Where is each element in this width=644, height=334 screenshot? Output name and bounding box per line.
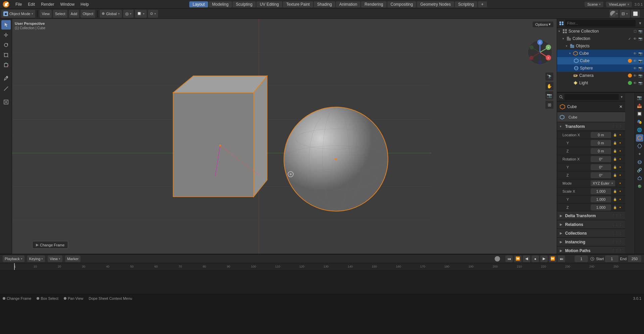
- proportional-edit[interactable]: ⊙ ▾: [148, 10, 158, 18]
- view-menu-button[interactable]: View: [40, 10, 52, 18]
- motion-paths-section[interactable]: ▶ Motion Paths ⋮⋮⋮: [557, 246, 625, 254]
- location-y-lock[interactable]: 🔒: [612, 141, 617, 145]
- collection-hide-icon[interactable]: 👁: [633, 36, 637, 41]
- outliner-item-camera[interactable]: ▶ Camera 👁 📷: [557, 72, 644, 79]
- object-menu-button[interactable]: Object: [81, 10, 95, 18]
- collection-view-icon[interactable]: ✓: [627, 36, 632, 41]
- scale-x-value[interactable]: 1.000: [591, 188, 611, 194]
- keying-button[interactable]: Keying ▾: [27, 255, 45, 262]
- workspace-layout[interactable]: Layout: [189, 1, 208, 7]
- overlay-button[interactable]: ⊟ ▾: [620, 10, 630, 18]
- pivot-point[interactable]: ◎ ▾: [123, 10, 134, 18]
- outliner-filter-button[interactable]: ▼: [638, 21, 642, 25]
- outliner-item-scene-collection[interactable]: ▾ Scene Collection ☐ 📷: [557, 28, 644, 35]
- camera-render[interactable]: 📷: [638, 73, 643, 78]
- snap-button[interactable]: 🔲 ▾: [135, 10, 147, 18]
- scale-tool[interactable]: [1, 50, 11, 60]
- object-mode-button[interactable]: ▣ Object Mode ▾: [1, 10, 35, 18]
- view-layer-selector[interactable]: ViewLayer ▾: [606, 2, 632, 7]
- cube-child-hide[interactable]: 👁: [633, 58, 637, 63]
- light-render[interactable]: 📷: [638, 81, 643, 85]
- prop-output-icon[interactable]: 📤: [636, 102, 643, 109]
- workspace-texture[interactable]: Texture Paint: [283, 1, 313, 7]
- instancing-section[interactable]: ▶ Instancing ⋮⋮⋮: [557, 238, 625, 246]
- select-menu-button[interactable]: Select: [53, 10, 67, 18]
- outliner-item-cube-parent[interactable]: ▾ Cube 👁 📷: [557, 50, 644, 57]
- end-frame-display[interactable]: 250: [628, 255, 641, 262]
- workspace-uv[interactable]: UV Editing: [256, 1, 282, 7]
- add-workspace-button[interactable]: +: [478, 1, 487, 7]
- workspace-compositing[interactable]: Compositing: [387, 1, 416, 7]
- prop-render-icon[interactable]: 📷: [636, 94, 643, 101]
- step-back-button[interactable]: ◀: [523, 255, 530, 262]
- prop-object-icon[interactable]: [636, 134, 643, 142]
- workspace-rendering[interactable]: Rendering: [361, 1, 386, 7]
- ortho-view-button[interactable]: ⊞: [545, 101, 553, 109]
- rotate-tool[interactable]: [1, 40, 11, 50]
- sphere-hide[interactable]: 👁: [633, 66, 637, 70]
- move-tool[interactable]: ✛: [1, 30, 11, 40]
- cube-child-render[interactable]: 📷: [638, 58, 643, 63]
- transform-section-header[interactable]: ▾ Transform ⋮⋮⋮: [557, 122, 625, 131]
- workspace-geometry-nodes[interactable]: Geometry Nodes: [417, 1, 454, 7]
- menu-help[interactable]: Help: [78, 1, 92, 8]
- location-z-value[interactable]: 0 m: [591, 148, 611, 154]
- scene-selector[interactable]: Scene ▾: [585, 2, 603, 7]
- camera-hide[interactable]: 👁: [633, 73, 637, 78]
- scale-y-lock[interactable]: 🔒: [612, 197, 617, 202]
- rotation-x-lock[interactable]: 🔒: [612, 157, 617, 161]
- measure-tool[interactable]: [1, 84, 11, 93]
- relations-section[interactable]: ▶ Relations ⋮⋮⋮: [557, 220, 625, 229]
- annotate-tool[interactable]: [1, 74, 11, 83]
- rotation-y-value[interactable]: 0°: [591, 164, 611, 170]
- timeline-content[interactable]: [0, 270, 644, 294]
- jump-end-button[interactable]: ⏭: [558, 255, 565, 262]
- scale-z-value[interactable]: 1.000: [591, 204, 611, 210]
- properties-search-input[interactable]: [564, 94, 619, 100]
- light-hide[interactable]: 👁: [633, 81, 637, 85]
- jump-start-button[interactable]: ⏮: [505, 255, 513, 262]
- timeline-ruler[interactable]: 1 10 20 30 40 50 60 70 80 90 100 110 120…: [0, 263, 644, 270]
- rotation-mode-select[interactable]: XYZ Euler ▾: [591, 180, 615, 186]
- scale-y-keyframe[interactable]: ●: [618, 197, 623, 202]
- xray-button[interactable]: ⬜: [631, 10, 640, 18]
- transform-tool[interactable]: [1, 60, 11, 70]
- prop-view-layer-icon[interactable]: 🔲: [636, 110, 643, 117]
- rotation-z-lock[interactable]: 🔒: [612, 173, 617, 178]
- rotation-y-lock[interactable]: 🔒: [612, 165, 617, 170]
- delta-transform-section[interactable]: ▶ Delta Transform ⋮⋮⋮: [557, 211, 625, 220]
- prop-modifier-icon[interactable]: [636, 142, 643, 150]
- location-x-lock[interactable]: 🔒: [612, 133, 617, 137]
- cube-parent-hide[interactable]: 👁: [633, 51, 637, 56]
- menu-window[interactable]: Window: [57, 1, 77, 8]
- outliner-item-sphere[interactable]: Sphere 👁 📷: [557, 64, 644, 72]
- menu-file[interactable]: File: [13, 1, 24, 8]
- camera-view-button[interactable]: 📷: [545, 91, 553, 99]
- menu-edit[interactable]: Edit: [25, 1, 38, 8]
- play-button[interactable]: ▶: [540, 255, 548, 262]
- options-button[interactable]: Options ▾: [533, 21, 553, 27]
- properties-close-button[interactable]: ✕: [619, 104, 623, 109]
- zoom-in-button[interactable]: 🔭: [545, 73, 553, 81]
- rotation-mode-dot[interactable]: ●: [618, 181, 623, 186]
- outliner-search-input[interactable]: [565, 20, 636, 27]
- outliner-item-cube-child[interactable]: Cube 👁 📷: [557, 57, 644, 64]
- start-frame-display[interactable]: 1: [605, 255, 618, 262]
- pan-button[interactable]: ✋: [545, 82, 553, 90]
- workspace-animation[interactable]: Animation: [336, 1, 360, 7]
- restrict-view-icon[interactable]: ☐: [633, 29, 637, 34]
- collection-render-icon[interactable]: 📷: [638, 36, 643, 41]
- viewport-3d[interactable]: User Perspective (1) Collection | Cube O…: [12, 19, 557, 254]
- jump-keyframe-back-button[interactable]: ⏪: [514, 255, 522, 262]
- workspace-modeling[interactable]: Modeling: [209, 1, 232, 7]
- rotation-z-keyframe[interactable]: ●: [618, 173, 623, 178]
- scale-y-value[interactable]: 1.000: [591, 196, 611, 202]
- prop-constraints-icon[interactable]: 🔗: [636, 166, 643, 174]
- prop-data-icon[interactable]: [636, 175, 643, 182]
- sphere-render[interactable]: 📷: [638, 66, 643, 70]
- cursor-tool[interactable]: [1, 20, 11, 30]
- current-frame-display[interactable]: 1: [575, 255, 588, 262]
- prop-particles-icon[interactable]: ✦: [636, 150, 643, 158]
- scale-x-keyframe[interactable]: ●: [618, 189, 623, 194]
- location-x-value[interactable]: 0 m: [591, 132, 611, 138]
